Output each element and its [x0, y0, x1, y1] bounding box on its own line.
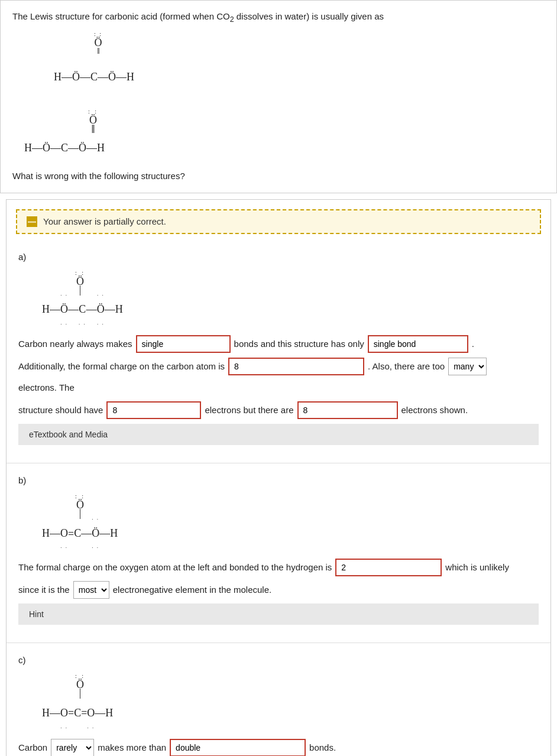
part-a-row2-post: electrons. The	[18, 379, 75, 397]
part-a-select1[interactable]: many few	[448, 358, 487, 375]
part-c-section: c) : : Ö | H— ·· O · ·	[7, 649, 550, 756]
part-c-label: c)	[18, 649, 539, 665]
part-a-input5[interactable]	[297, 401, 398, 419]
part-a-row2: Additionally, the formal charge on the c…	[18, 358, 539, 397]
part-a-input1[interactable]	[136, 335, 231, 353]
part-a-input4[interactable]	[106, 401, 201, 419]
part-a-row3: structure should have electrons but ther…	[18, 401, 539, 419]
part-b-row2-post: electronegative element in the molecule.	[113, 581, 272, 599]
part-a-input2[interactable]	[368, 335, 468, 353]
part-b-input1[interactable]	[335, 559, 442, 576]
part-b-select1[interactable]: most least	[73, 581, 109, 599]
banner-text: Your answer is partially correct.	[43, 216, 166, 226]
part-a-row1-period: .	[472, 335, 474, 353]
part-b-row1: The formal charge on the oxygen atom at …	[18, 559, 539, 576]
etextbook-label: eTextbook and Media	[29, 430, 108, 439]
partial-correct-banner: — Your answer is partially correct.	[16, 209, 541, 234]
part-b-structure: : : Ö | H— ·· O · · =	[42, 490, 539, 550]
part-a-row1-mid: bonds and this structure has only	[234, 335, 364, 353]
etextbook-bar[interactable]: eTextbook and Media	[18, 424, 539, 445]
part-b-label: b)	[18, 469, 539, 485]
part-a-row2-mid: . Also, there are too	[368, 358, 445, 375]
part-a-section: a) : : Ö | H— · · Ö · ·	[7, 246, 550, 457]
part-c-row1-mid: makes more than	[98, 739, 166, 756]
part-b-hint-label: Hint	[29, 609, 44, 619]
minus-icon: —	[27, 216, 37, 227]
part-b-row1-post: which is unlikely	[445, 559, 509, 576]
part-a-row3-post: electrons shown.	[401, 401, 468, 419]
part-a-row1: Carbon nearly always makes bonds and thi…	[18, 335, 539, 353]
part-c-select1[interactable]: rarely often never always	[51, 739, 94, 756]
page-wrapper: The Lewis structure for carbonic acid (f…	[0, 0, 557, 756]
part-c-input1[interactable]	[170, 739, 306, 756]
part-c-row1-pre: Carbon	[18, 739, 47, 756]
part-a-row2-pre: Additionally, the formal charge on the c…	[18, 358, 225, 375]
part-b-row2: since it is the most least electronegati…	[18, 581, 539, 599]
part-b-section: b) : : Ö | H— ·· O · ·	[7, 469, 550, 637]
part-c-structure: : : Ö | H— ·· O · · =C= ··	[42, 670, 539, 730]
header-lewis-structure: : : Ö ‖ H — ·· Ö ·· — C — ··	[24, 31, 545, 100]
part-a-input3[interactable]	[228, 358, 364, 375]
part-b-hint-bar[interactable]: Hint	[18, 603, 539, 625]
part-a-row3-mid: electrons but there are	[205, 401, 293, 419]
part-c-row1: Carbon rarely often never always makes m…	[18, 739, 539, 756]
what-wrong-text: What is wrong with the following structu…	[12, 170, 545, 183]
answer-section: — Your answer is partially correct. a) :…	[6, 199, 551, 756]
question-text: The Lewis structure for carbonic acid (f…	[12, 10, 545, 25]
question-header: The Lewis structure for carbonic acid (f…	[0, 0, 557, 193]
part-a-row3-pre: structure should have	[18, 401, 103, 419]
part-c-row1-post: bonds.	[309, 739, 336, 756]
part-b-row2-pre: since it is the	[18, 581, 70, 599]
part-a-structure: : : Ö | H— · · Ö · · — ··	[42, 267, 539, 327]
part-a-label: a)	[18, 246, 539, 262]
part-a-row1-pre: Carbon nearly always makes	[18, 335, 132, 353]
part-b-row1-pre: The formal charge on the oxygen atom at …	[18, 559, 332, 576]
header-structure-diagram: : : Ö ‖ H— ·· Ö ·· —C— ·· Ö ··	[24, 105, 545, 164]
